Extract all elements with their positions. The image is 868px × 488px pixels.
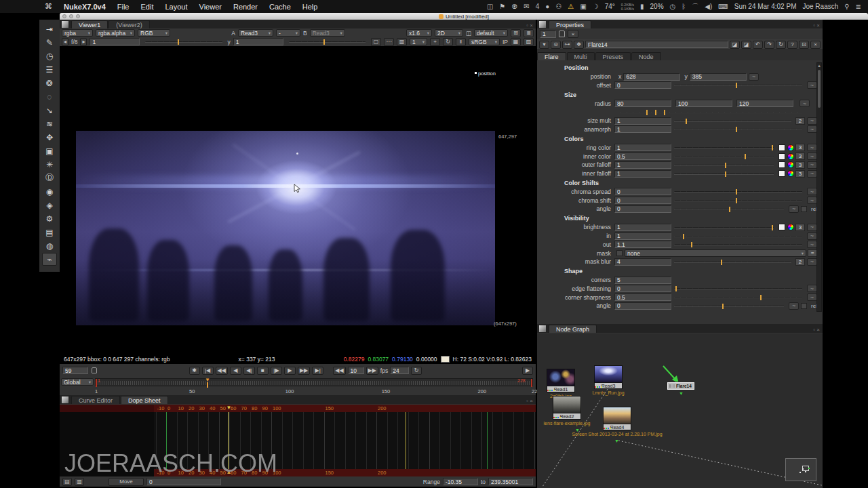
transport---button[interactable]: ■	[257, 367, 269, 375]
color-swatch[interactable]	[778, 161, 785, 168]
node-header-action-0[interactable]: ◪	[730, 41, 740, 49]
properties-lock-icon[interactable]	[559, 30, 565, 37]
gain-slider[interactable]	[145, 39, 222, 45]
node-read1[interactable]: Read12g0ibk.jpg	[547, 369, 575, 392]
current-frame-field[interactable]: 59	[62, 367, 88, 374]
skip-back-button[interactable]: ◀◀	[333, 367, 345, 375]
input-process-toggle[interactable]: IP	[502, 39, 508, 45]
param-radius-field-2[interactable]: 120	[736, 100, 793, 107]
mask-inject-button[interactable]: =	[808, 249, 817, 257]
gamma-field[interactable]: 1	[233, 38, 283, 45]
param-inner-falloff-field[interactable]: 1	[614, 170, 671, 178]
transform-icon[interactable]: ✥	[42, 131, 57, 144]
user-menu[interactable]: Joe Raasch	[802, 3, 838, 10]
viewer-proxy-icon-0[interactable]: +	[430, 38, 440, 46]
transport---button[interactable]: ◀	[230, 367, 241, 375]
zoom-level-dropdown[interactable]: x1.6▾	[406, 29, 432, 37]
menu-item-viewer[interactable]: Viewer	[199, 3, 222, 11]
color-swatch[interactable]	[778, 224, 785, 230]
node-tab-flare[interactable]: Flare	[537, 52, 566, 60]
wipe-mode-dropdown[interactable]: -▾	[276, 29, 300, 37]
panel-menu-icon[interactable]	[62, 21, 68, 28]
dot-icon[interactable]: ●	[545, 3, 549, 10]
downrez-dropdown[interactable]: 1▾	[410, 38, 427, 45]
tab-node-graph[interactable]: Node Graph	[549, 325, 597, 333]
param-angle-field[interactable]: 0	[614, 302, 671, 310]
param-position-y-field[interactable]: 385	[690, 73, 747, 81]
param-offset-field[interactable]: 0	[614, 81, 671, 89]
transport---button[interactable]: ◀|	[243, 367, 255, 375]
merge-icon[interactable]: ≋	[42, 117, 57, 130]
warning-icon[interactable]: ⚠	[568, 3, 574, 10]
param-corner-sharpness-slider[interactable]	[674, 294, 802, 300]
spotlight-icon[interactable]: ⚲	[844, 3, 849, 10]
layer-dropdown[interactable]: rgba▾	[62, 29, 93, 37]
tab-dope-sheet[interactable]: Dope Sheet	[121, 396, 168, 404]
animation-menu-button[interactable]: ~	[807, 241, 817, 248]
node-header-icon-0[interactable]: ▾	[539, 41, 549, 49]
keyer-icon[interactable]: ↘	[42, 104, 57, 117]
gamma-slider[interactable]	[289, 39, 366, 45]
bluetooth-icon[interactable]: ᛒ	[682, 3, 686, 10]
frame-slider[interactable]: Global▾1228▼	[60, 377, 536, 388]
node-header-action-6[interactable]: ⊡	[799, 41, 809, 49]
keyboard-icon[interactable]: ⌨	[718, 3, 728, 10]
param-position-x-field[interactable]: 628	[623, 73, 680, 81]
panel-corner-icons[interactable]: ▫ ×	[813, 22, 823, 28]
sync-icon[interactable]: ♼	[511, 3, 517, 10]
draw-icon[interactable]: ✎	[42, 36, 57, 49]
fps-field[interactable]: 24	[390, 367, 409, 374]
channel-count[interactable]: 3	[795, 224, 805, 231]
dimension-dropdown[interactable]: 2D▾	[435, 29, 463, 37]
move-button[interactable]: Move	[108, 478, 144, 486]
radius-multislider[interactable]	[620, 109, 802, 115]
viewer-proxy-icon-2[interactable]: ‖	[456, 38, 466, 46]
toolsets-icon[interactable]: ⚙	[42, 212, 57, 225]
color-wheel-icon[interactable]	[787, 170, 794, 177]
position-handle-icon[interactable]	[475, 72, 477, 74]
skip-forward-button[interactable]: ▶▶	[366, 367, 378, 375]
menu-item-file[interactable]: File	[117, 3, 130, 11]
param-angle-slider[interactable]	[674, 206, 784, 212]
color-wheel-icon[interactable]	[787, 224, 794, 230]
timeline-playhead[interactable]: ▼	[205, 378, 211, 388]
node-read4[interactable]: Read4Screen Shot 2013-03-24 at 2.28.10 P…	[603, 407, 631, 430]
gamma-display-icon[interactable]: ◫	[466, 30, 471, 37]
param-in-slider[interactable]	[674, 233, 802, 239]
param-chroma-spread-field[interactable]: 0	[614, 188, 671, 195]
scroll-up-icon[interactable]: ▲	[817, 63, 821, 68]
node-graph-minimap[interactable]	[785, 458, 816, 481]
animation-menu-button[interactable]: ~	[807, 224, 817, 231]
node-header-action-4[interactable]: ↻	[776, 41, 786, 49]
viewer-default-dropdown[interactable]: default▾	[474, 29, 508, 37]
image-icon[interactable]: ⇥	[42, 22, 57, 35]
animation-menu-button[interactable]: ~	[749, 73, 759, 81]
range-start-field[interactable]: -10.35	[443, 478, 478, 485]
screen-icon[interactable]: ▣	[580, 3, 586, 10]
node-header-icon-2[interactable]: ⊶	[562, 41, 572, 49]
mask-dropdown[interactable]: none▾	[625, 249, 806, 257]
color-wheel-icon[interactable]	[787, 144, 794, 151]
animation-menu-button[interactable]: ~	[807, 152, 817, 160]
node-header-action-7[interactable]: ×	[810, 41, 821, 49]
panel-corner-icons[interactable]: ▫ ×	[526, 398, 536, 404]
node-graph-canvas[interactable]: Read12g0ibk.jpgRead3Lmnts_Run.jpgRead2le…	[537, 333, 823, 488]
param-inner-falloff-slider[interactable]	[674, 171, 774, 177]
views-icon[interactable]: ◉	[42, 185, 57, 198]
channel-icon[interactable]: ☰	[42, 63, 57, 76]
param-out-slider[interactable]	[674, 241, 802, 247]
lock-icon[interactable]	[92, 367, 97, 373]
a-input-dropdown[interactable]: Read3▾	[238, 29, 273, 37]
animation-menu-button[interactable]: ~	[807, 161, 817, 169]
menu-item-layout[interactable]: Layout	[165, 3, 187, 11]
close-all-properties-button[interactable]: ×	[568, 30, 578, 38]
param-angle-slider[interactable]	[674, 303, 784, 309]
alpha-layer-dropdown[interactable]: rgba.alpha▾	[96, 29, 135, 37]
param-size-mult-field[interactable]: 1	[614, 117, 671, 125]
animation-menu-button[interactable]: ~	[789, 302, 799, 310]
viewer-tab-viewer1[interactable]: Viewer1	[71, 20, 108, 28]
menu-item-render[interactable]: Render	[233, 3, 258, 11]
position-widget-label[interactable]: position	[475, 70, 496, 77]
dope-sheet-content[interactable]: -100102030405060708090100150200▼-1001020…	[60, 405, 536, 476]
flipbook-button[interactable]: ▶	[522, 367, 533, 375]
